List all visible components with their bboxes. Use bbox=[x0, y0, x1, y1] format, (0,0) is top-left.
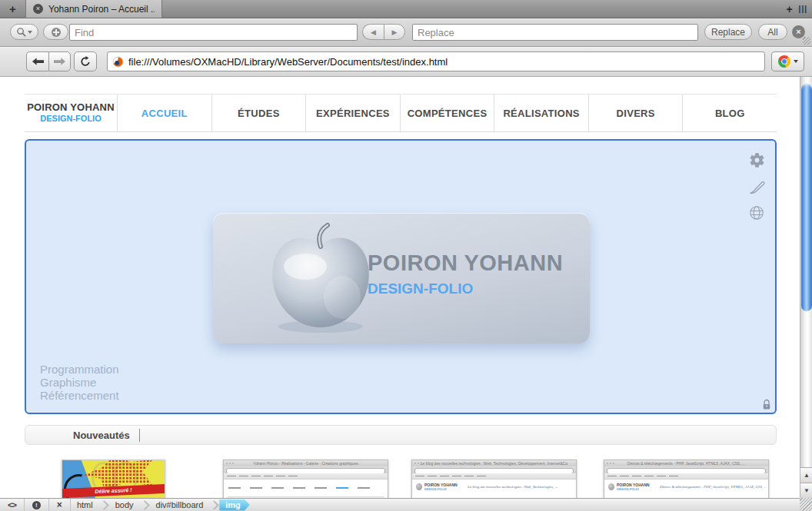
mini-window-title: Yohann Poiron - Réalisations - Galerie -… bbox=[224, 460, 388, 466]
mini-tagline: Le blog des nouvelles technologies : Web… bbox=[468, 485, 574, 489]
browser-tab[interactable]: × Yohann Poiron – Accueil ... bbox=[26, 0, 162, 18]
vertical-scrollbar[interactable]: ▲ ▼ bbox=[800, 77, 812, 498]
nav-item-realisations[interactable]: RÉALISATIONS bbox=[494, 95, 588, 131]
url-bar[interactable]: file:///Volumes/OXMacHD/Library/WebServe… bbox=[107, 51, 765, 71]
mini-window-title: Démos & téléchargements - PHP, JavaScrip… bbox=[604, 460, 768, 466]
tab-title: Yohann Poiron – Accueil ... bbox=[48, 4, 155, 15]
mini-menu-bar bbox=[412, 473, 576, 479]
mini-logo-subtitle: DESIGN-FOLIO bbox=[424, 487, 458, 491]
nav-item-blog[interactable]: BLOG bbox=[682, 95, 777, 131]
annotations-button[interactable]: ! bbox=[25, 499, 49, 511]
divider bbox=[139, 429, 140, 442]
scrollbar-thumb[interactable] bbox=[801, 84, 812, 311]
skills-list: Programmation Graphisme Référencement bbox=[40, 363, 119, 402]
search-options-button[interactable] bbox=[10, 24, 38, 40]
billboard: POIRON YOHANN DESIGN-FOLIO Programmation… bbox=[25, 139, 777, 414]
find-next-button[interactable]: ▶ bbox=[384, 24, 405, 40]
chrome-icon bbox=[778, 55, 790, 68]
skill-item: Graphisme bbox=[40, 376, 119, 389]
replace-input[interactable] bbox=[412, 24, 698, 41]
inspector-bar: <> ! × html body div#billboard img bbox=[0, 498, 812, 511]
navigation-toolbar: file:///Volumes/OXMacHD/Library/WebServe… bbox=[0, 47, 812, 77]
lock-icon bbox=[762, 399, 771, 410]
back-button[interactable] bbox=[26, 51, 48, 71]
apple-logo-image bbox=[261, 222, 384, 336]
forward-button[interactable] bbox=[48, 51, 71, 71]
scroll-up-button[interactable]: ▲ bbox=[800, 467, 812, 483]
highlight-icon bbox=[52, 28, 61, 37]
thumbnail-browser-demos[interactable]: Démos & téléchargements - PHP, JavaScrip… bbox=[604, 460, 769, 498]
chevron-right-icon bbox=[99, 500, 109, 510]
mini-menu-bar bbox=[604, 473, 768, 479]
nav-item-experiences[interactable]: EXPÉRIENCES bbox=[305, 95, 400, 131]
chevron-right-icon bbox=[209, 500, 219, 510]
tab-list-icon[interactable]: ||| bbox=[799, 5, 807, 13]
highlight-all-button[interactable] bbox=[43, 24, 68, 40]
breadcrumb-item-img-selected[interactable]: img bbox=[219, 499, 250, 511]
mini-window-title: Le blog des nouvelles technologies : Web… bbox=[412, 460, 576, 466]
skill-item: Programmation bbox=[40, 363, 119, 376]
nav-item-etudes[interactable]: ÉTUDES bbox=[211, 95, 306, 131]
nav-item-divers[interactable]: DIVERS bbox=[588, 95, 683, 131]
magnifier-icon bbox=[16, 27, 26, 37]
tab-bar: + × Yohann Poiron – Accueil ... + ||| bbox=[0, 0, 812, 18]
billboard-card[interactable]: POIRON YOHANN DESIGN-FOLIO bbox=[213, 213, 590, 343]
breadcrumb-item-billboard[interactable]: div#billboard bbox=[150, 500, 210, 509]
logo-subtitle: DESIGN-FOLIO bbox=[40, 114, 101, 124]
mini-logo-subtitle: DESIGN-FOLIO bbox=[617, 487, 650, 491]
news-section-bar: Nouveautés bbox=[25, 425, 777, 445]
site-header: POIRON YOHANN DESIGN-FOLIO ACCUEIL ÉTUDE… bbox=[25, 94, 777, 132]
open-in-chrome-button[interactable] bbox=[771, 51, 804, 71]
site-logo[interactable]: POIRON YOHANN DESIGN-FOLIO bbox=[25, 95, 117, 131]
code-icon: <> bbox=[8, 500, 16, 509]
reload-button[interactable] bbox=[74, 51, 97, 71]
mini-apple-icon bbox=[608, 483, 614, 490]
brush-icon[interactable] bbox=[747, 178, 766, 196]
traffic-light-icons bbox=[607, 463, 608, 464]
nav-item-competences[interactable]: COMPÉTENCES bbox=[400, 95, 494, 131]
skill-item: Référencement bbox=[40, 389, 119, 402]
replace-button[interactable]: Replace bbox=[704, 24, 752, 40]
thumbnail-browser-blog[interactable]: Le blog des nouvelles technologies : Web… bbox=[411, 460, 577, 498]
find-input[interactable] bbox=[69, 24, 358, 41]
replace-all-button[interactable]: All bbox=[758, 24, 787, 40]
page-viewport: POIRON YOHANN DESIGN-FOLIO ACCUEIL ÉTUDE… bbox=[0, 77, 812, 498]
chevron-right-icon bbox=[140, 500, 150, 510]
mini-apple-icon bbox=[416, 483, 422, 490]
card-subtitle: DESIGN-FOLIO bbox=[368, 281, 563, 297]
find-bar: ◀ ▶ Replace All × bbox=[0, 18, 812, 47]
back-arrow-icon bbox=[32, 58, 44, 65]
thumbnail-poster[interactable]: Délire assuré ! bbox=[62, 460, 165, 498]
traffic-light-icons bbox=[414, 463, 416, 464]
breadcrumb-item-html[interactable]: html bbox=[71, 500, 99, 509]
tab-close-icon[interactable]: × bbox=[33, 4, 43, 14]
nav-item-accueil[interactable]: ACCUEIL bbox=[117, 95, 211, 131]
view-source-button[interactable]: <> bbox=[0, 499, 25, 511]
chevron-down-icon bbox=[28, 31, 32, 34]
url-text: file:///Volumes/OXMacHD/Library/WebServe… bbox=[128, 56, 448, 68]
news-section-title: Nouveautés bbox=[73, 430, 130, 441]
traffic-light-icons bbox=[226, 463, 228, 464]
find-previous-button[interactable]: ◀ bbox=[362, 24, 384, 40]
note-icon: ! bbox=[32, 501, 41, 509]
mini-nav-row bbox=[228, 487, 370, 489]
reload-icon bbox=[80, 56, 91, 67]
tab-overflow-plus-icon[interactable]: + bbox=[786, 3, 792, 15]
mini-tagline: Démos & téléchargements : PHP, JavaScrip… bbox=[660, 485, 766, 489]
breadcrumb-item-body[interactable]: body bbox=[109, 500, 140, 509]
chevron-down-icon bbox=[794, 60, 798, 63]
window-resize-grip[interactable] bbox=[800, 498, 812, 511]
close-inspector-button[interactable]: × bbox=[49, 499, 71, 511]
close-icon: × bbox=[57, 499, 62, 510]
globe-icon[interactable] bbox=[748, 204, 765, 221]
card-title: POIRON YOHANN bbox=[368, 251, 563, 276]
resize-grip-icon[interactable] bbox=[803, 37, 810, 45]
mini-menu-bar bbox=[224, 473, 388, 479]
forward-arrow-icon bbox=[54, 58, 65, 65]
new-tab-button[interactable]: + bbox=[0, 0, 26, 18]
logo-title: POIRON YOHANN bbox=[27, 102, 115, 114]
gear-icon[interactable] bbox=[748, 151, 766, 169]
thumbnail-browser-gallery[interactable]: Yohann Poiron - Réalisations - Galerie -… bbox=[223, 460, 388, 498]
page-favicon bbox=[112, 56, 124, 68]
scroll-down-button[interactable]: ▼ bbox=[800, 483, 812, 498]
